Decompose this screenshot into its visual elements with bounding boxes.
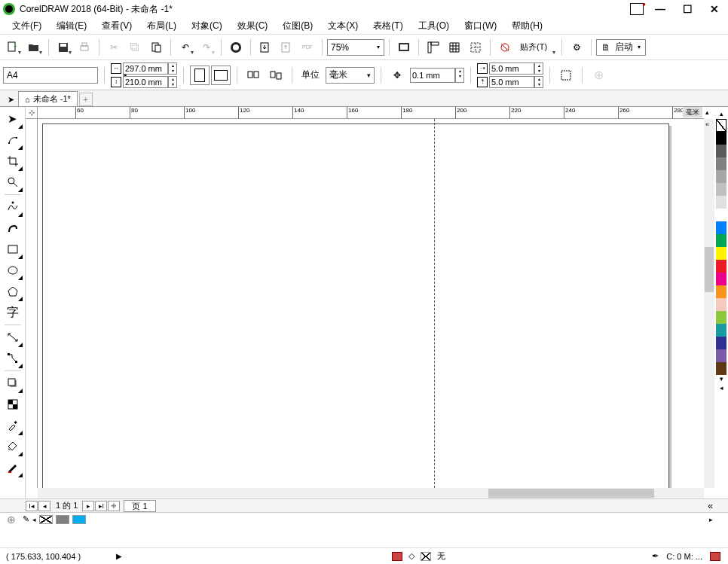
dup-x-spinner[interactable]: ▴▾ [534,62,543,75]
show-guides-button[interactable] [466,38,485,57]
swatch-none[interactable] [716,119,726,132]
outline-tool[interactable] [2,457,23,478]
fullscreen-preview-button[interactable] [394,38,414,57]
dup-y-spinner[interactable]: ▴▾ [534,76,543,88]
artistic-media-tool[interactable] [2,218,23,239]
paper-size-combo[interactable]: ▾ [3,67,98,84]
color-swatch[interactable] [716,247,726,260]
print-button[interactable] [75,38,94,57]
treat-as-filled-button[interactable] [556,66,576,85]
color-swatch[interactable] [716,170,726,183]
color-swatch[interactable] [716,285,726,298]
drop-shadow-tool[interactable] [2,373,23,394]
menu-layout[interactable]: 布局(L) [139,18,184,34]
color-swatch[interactable] [716,132,726,145]
doc-swatch-none[interactable] [39,515,53,524]
add-preset-button[interactable]: ⊕ [589,66,608,85]
add-color-button[interactable]: ⊕ [3,514,20,525]
paper-size-input[interactable] [4,70,123,81]
maximize-button[interactable]: ☐ [677,2,698,16]
vertical-guideline[interactable] [434,119,435,488]
menu-text[interactable]: 文本(X) [320,18,366,34]
palette-scroll-left[interactable]: ◂ [32,516,36,523]
color-swatch[interactable] [716,183,726,196]
zoom-level-combo[interactable]: ▾ [327,39,384,56]
color-swatch[interactable] [716,157,726,170]
doc-swatch-cyan[interactable] [72,515,86,524]
eyedropper-icon[interactable]: ✎ [23,514,29,524]
pick-tool[interactable]: ➤ [2,108,23,130]
search-content-button[interactable] [226,38,246,57]
color-swatch[interactable] [716,349,726,362]
color-swatch[interactable] [716,311,726,324]
color-swatch[interactable] [716,362,726,375]
ruler-origin[interactable]: ⊹ [26,107,38,119]
copy-button[interactable]: ⿻ [125,38,145,57]
horizontal-scrollbar[interactable] [38,488,704,498]
save-button[interactable] [54,38,73,57]
navigator-expander[interactable]: « [708,501,713,511]
landscape-button[interactable] [211,66,231,85]
current-page-button[interactable] [266,66,286,85]
page-height-input[interactable] [123,76,168,88]
palette-scroll-down[interactable]: ▾ [720,375,723,384]
dup-x-input[interactable] [489,62,534,75]
bucket-icon[interactable]: ◇ [408,551,414,561]
snap-to-button[interactable]: 贴齐(T) [516,38,557,57]
interactive-fill-tool[interactable] [2,436,23,457]
show-grid-button[interactable] [445,38,464,57]
status-play-icon[interactable]: ▶ [116,552,122,560]
vertical-scrollbar[interactable] [704,119,714,488]
current-fill-swatch[interactable] [421,552,431,561]
scroll-up-arrow[interactable]: ▴ [705,108,713,116]
undo-button[interactable]: ↶ [176,38,195,57]
parallel-dimension-tool[interactable] [2,327,23,348]
fill-indicator-icon[interactable] [392,552,402,561]
menu-effects[interactable]: 效果(C) [230,18,276,34]
menu-table[interactable]: 表格(T) [366,18,410,34]
menu-help[interactable]: 帮助(H) [504,18,550,34]
palette-flyout[interactable]: ◂ [720,384,723,393]
add-document-tab[interactable]: + [79,93,93,106]
page-width-input[interactable] [123,62,168,75]
menu-tools[interactable]: 工具(O) [411,18,457,34]
polygon-tool[interactable] [2,281,23,302]
minimize-button[interactable]: — [650,2,671,16]
zoom-input[interactable] [328,42,373,53]
snap-off-button[interactable] [495,38,515,57]
eyedropper-tool[interactable] [2,415,23,436]
color-swatch[interactable] [716,324,726,337]
drawing-area[interactable] [38,119,704,488]
show-rulers-button[interactable] [424,38,443,57]
prev-page-button[interactable]: ◂ [38,501,50,511]
menu-object[interactable]: 对象(C) [184,18,230,34]
page-tab[interactable]: 页 1 [124,500,155,512]
new-button[interactable]: + [3,38,23,57]
import-button[interactable] [255,38,275,57]
redo-button[interactable]: ↷ [197,38,216,57]
launch-combo[interactable]: 🗎 启动 ▾ [596,39,646,56]
transparency-tool[interactable] [2,394,23,415]
color-swatch[interactable] [716,273,726,285]
color-swatch[interactable] [716,298,726,311]
scroll-hint-arrow[interactable]: « [705,120,713,128]
options-button[interactable]: ⚙ [567,38,586,57]
menu-file[interactable]: 文件(F) [5,18,49,34]
next-page-button[interactable]: ▸ [82,501,94,511]
pen-icon[interactable]: ✒ [652,551,659,561]
width-spinner[interactable]: ▴▾ [168,62,177,75]
menu-window[interactable]: 窗口(W) [457,18,504,34]
close-button[interactable]: ✕ [704,2,725,16]
export-button[interactable] [277,38,296,57]
document-tab[interactable]: ⌂ 未命名 -1* [18,91,78,106]
rectangle-tool[interactable] [2,239,23,260]
ellipse-tool[interactable] [2,260,23,281]
crop-tool[interactable] [2,151,23,172]
menu-edit[interactable]: 编辑(E) [49,18,94,34]
doc-swatch-gray[interactable] [56,515,69,524]
color-swatch[interactable] [716,196,726,209]
dup-y-input[interactable] [489,76,534,88]
vertical-ruler[interactable] [26,119,38,488]
horizontal-ruler[interactable]: 6080100120140160180200220240260280 毫米 [38,107,704,119]
last-page-button[interactable]: ▸I [95,501,107,511]
